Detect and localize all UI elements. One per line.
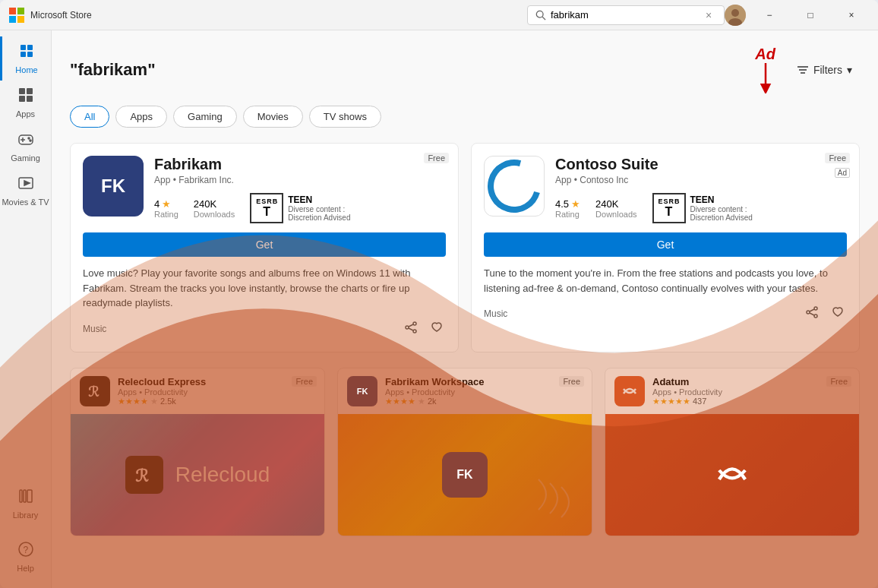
fk-workspace-hex-text: FK	[357, 387, 368, 396]
adatum-banner-content	[605, 414, 859, 536]
content-area: "fabrikam" Ad	[52, 30, 878, 588]
fabrikam-hex-text: FK	[101, 175, 125, 197]
fk-banner-hex-text: FK	[456, 468, 472, 482]
main-layout: Home Apps	[0, 30, 878, 588]
adatum-gradient	[605, 414, 859, 536]
adatum-banner-icon-svg	[709, 448, 755, 501]
small-card-adatum: Adatum Apps • Productivity ★★★★★ 437	[605, 368, 860, 536]
adatum-banner	[605, 414, 859, 536]
small-apps-grid: ℛ Relecloud Express Apps • Productivity	[70, 368, 860, 536]
adatum-banner-logo	[709, 452, 755, 498]
app-window: Microsoft Store × − □ ×	[0, 0, 878, 588]
